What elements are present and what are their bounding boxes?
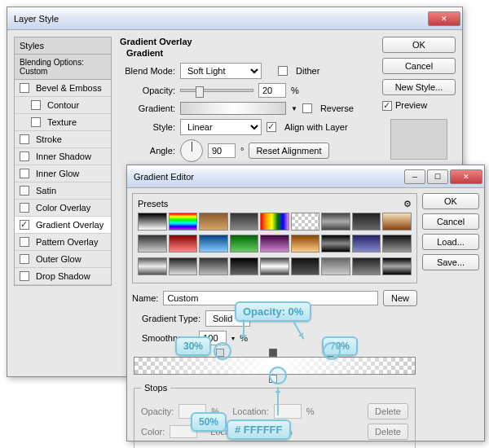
opacity-input[interactable]: [258, 83, 286, 98]
preset-swatch[interactable]: [321, 235, 350, 253]
style-item[interactable]: Satin: [15, 182, 111, 200]
titlebar[interactable]: Layer Style ✕: [7, 7, 462, 30]
preset-swatch[interactable]: [382, 235, 412, 253]
close-button[interactable]: ✕: [450, 169, 482, 184]
preset-swatch[interactable]: [321, 257, 350, 275]
style-select[interactable]: Linear: [180, 119, 262, 135]
preset-swatch[interactable]: [291, 213, 320, 231]
style-checkbox[interactable]: [31, 117, 41, 127]
preset-swatch[interactable]: [321, 213, 350, 231]
style-checkbox[interactable]: [20, 254, 29, 264]
reverse-checkbox[interactable]: [302, 103, 312, 113]
load-button[interactable]: Load...: [422, 234, 479, 250]
preset-swatch[interactable]: [199, 257, 228, 275]
maximize-button[interactable]: ☐: [427, 169, 448, 184]
style-item[interactable]: Outer Glow: [15, 251, 111, 268]
arrow-icon: [277, 387, 279, 415]
style-item[interactable]: Inner Shadow: [15, 148, 111, 165]
style-item[interactable]: Gradient Overlay: [15, 217, 111, 234]
opacity-stop-mid[interactable]: [269, 349, 277, 357]
style-checkbox[interactable]: [31, 100, 41, 110]
style-item[interactable]: Texture: [15, 114, 111, 131]
highlight-circle: [214, 342, 231, 360]
preset-swatch[interactable]: [260, 257, 289, 275]
preset-swatch[interactable]: [138, 213, 167, 231]
callout-hex: # FFFFFF: [227, 419, 291, 440]
callout-opacity: Opacity: 0%: [235, 301, 311, 322]
style-checkbox[interactable]: [20, 186, 29, 195]
style-item[interactable]: Drop Shadow: [15, 268, 111, 285]
panel-title: Gradient Overlay: [120, 37, 374, 46]
save-button[interactable]: Save...: [422, 254, 479, 270]
window-title: Layer Style: [14, 14, 426, 24]
preset-swatch[interactable]: [382, 257, 412, 275]
highlight-circle: [323, 342, 341, 360]
opacity-slider[interactable]: [180, 89, 253, 92]
cancel-button[interactable]: Cancel: [382, 58, 456, 74]
highlight-circle: [269, 367, 287, 384]
opacity-label: Opacity:: [120, 86, 175, 95]
preset-swatch[interactable]: [291, 235, 320, 253]
preset-swatch[interactable]: [169, 213, 198, 231]
preset-swatch[interactable]: [260, 213, 289, 231]
preset-swatch[interactable]: [230, 235, 259, 253]
preset-swatch[interactable]: [352, 235, 381, 253]
style-checkbox[interactable]: [20, 237, 29, 247]
preset-swatch[interactable]: [352, 213, 381, 231]
titlebar[interactable]: Gradient Editor ─ ☐ ✕: [127, 165, 484, 188]
preview-checkbox[interactable]: [382, 101, 392, 111]
preset-swatch[interactable]: [382, 213, 412, 231]
close-button[interactable]: ✕: [428, 11, 460, 26]
style-item[interactable]: Pattern Overlay: [15, 234, 111, 251]
angle-input[interactable]: [208, 143, 236, 158]
panel-subtitle: Gradient: [126, 48, 374, 58]
preset-swatch[interactable]: [230, 257, 259, 275]
style-checkbox[interactable]: [20, 220, 29, 230]
gradient-label: Gradient:: [120, 103, 175, 113]
preset-swatch[interactable]: [260, 235, 289, 253]
style-checkbox[interactable]: [20, 83, 29, 93]
style-item[interactable]: Inner Glow: [15, 165, 111, 182]
preset-swatch[interactable]: [352, 257, 381, 275]
callout-50: 50%: [191, 412, 227, 432]
angle-dial[interactable]: [180, 139, 203, 162]
angle-label: Angle:: [120, 146, 175, 156]
blend-mode-label: Blend Mode:: [120, 66, 175, 76]
preset-swatch[interactable]: [169, 235, 198, 253]
align-checkbox[interactable]: [267, 122, 276, 132]
style-item[interactable]: Color Overlay: [15, 200, 111, 217]
callout-30: 30%: [175, 336, 211, 356]
style-label: Style:: [120, 122, 175, 132]
style-checkbox[interactable]: [20, 169, 29, 178]
cancel-button[interactable]: Cancel: [422, 213, 479, 230]
window-title: Gradient Editor: [134, 172, 403, 182]
preset-swatch[interactable]: [169, 257, 198, 275]
dither-checkbox[interactable]: [278, 66, 288, 76]
blending-options[interactable]: Blending Options: Custom: [15, 55, 111, 80]
style-item[interactable]: Stroke: [15, 131, 111, 148]
style-item[interactable]: Contour: [15, 97, 111, 114]
preset-swatch[interactable]: [291, 257, 320, 275]
new-style-button[interactable]: New Style...: [382, 79, 456, 95]
styles-header[interactable]: Styles: [15, 37, 111, 55]
minimize-button[interactable]: ─: [404, 169, 425, 184]
presets-group: Presets⚙: [132, 193, 417, 283]
style-checkbox[interactable]: [20, 134, 29, 144]
style-checkbox[interactable]: [20, 203, 29, 213]
gear-icon[interactable]: ⚙: [403, 199, 412, 209]
style-checkbox[interactable]: [20, 152, 29, 161]
styles-list: Styles Blending Options: Custom Bevel & …: [14, 37, 112, 286]
preset-swatch[interactable]: [138, 235, 167, 253]
preset-swatch[interactable]: [230, 213, 259, 231]
blend-mode-select[interactable]: Soft Light: [180, 63, 262, 79]
style-checkbox[interactable]: [20, 271, 29, 281]
gradient-preview[interactable]: [180, 102, 286, 115]
new-button[interactable]: New: [383, 290, 417, 306]
ok-button[interactable]: OK: [382, 37, 456, 53]
preset-swatch[interactable]: [199, 235, 228, 253]
ok-button[interactable]: OK: [422, 193, 479, 209]
preset-swatch[interactable]: [199, 213, 228, 231]
reset-alignment-button[interactable]: Reset Alignment: [249, 143, 328, 159]
preset-swatch[interactable]: [138, 257, 167, 275]
style-item[interactable]: Bevel & Emboss: [15, 80, 111, 97]
